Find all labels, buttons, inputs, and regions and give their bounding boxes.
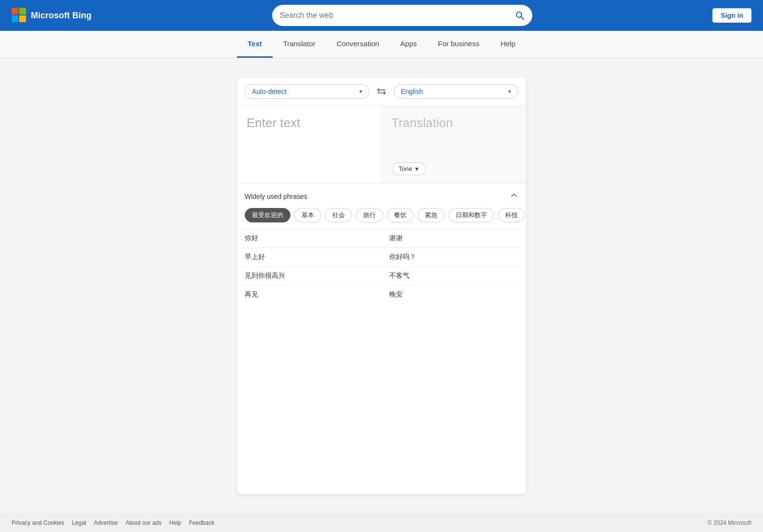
tone-button[interactable]: Tone ▾ xyxy=(392,162,426,175)
svg-rect-3 xyxy=(19,15,26,22)
svg-rect-1 xyxy=(19,8,26,14)
nav-item-translator[interactable]: Translator xyxy=(273,31,326,58)
tone-label: Tone xyxy=(399,165,412,172)
phrases-section: Widely used phrases 最受欢迎的 基本 社会 旅行 餐饮 紧急… xyxy=(237,183,526,308)
search-bar-wrapper xyxy=(99,5,705,26)
collapse-icon xyxy=(510,191,518,200)
source-text-area[interactable]: Enter text xyxy=(237,106,382,183)
sign-in-button[interactable]: Sign in xyxy=(712,8,751,23)
enter-text-placeholder: Enter text xyxy=(247,116,300,130)
phrase-item-1-right[interactable]: 你好吗？ xyxy=(382,247,526,266)
translation-output-area: Translation Tone ▾ xyxy=(382,106,526,183)
translator-card: Auto-detect ▾ English ▾ Enter text Trans… xyxy=(237,78,526,494)
phrases-chips: 最受欢迎的 基本 社会 旅行 餐饮 紧急 日期和数字 科技 xyxy=(237,208,526,229)
phrases-list: 你好 谢谢 早上好 你好吗？ 见到你很高兴 不客气 再见 晚安 xyxy=(237,229,526,304)
swap-icon xyxy=(376,86,387,97)
nav-item-conversation[interactable]: Conversation xyxy=(326,31,390,58)
footer-link-feedback[interactable]: Feedback xyxy=(189,519,214,526)
header: Microsoft Bing Sign in xyxy=(0,0,763,31)
search-icon xyxy=(515,11,525,20)
source-language-label: Auto-detect xyxy=(252,88,287,95)
svg-rect-0 xyxy=(12,8,18,14)
source-language-select[interactable]: Auto-detect ▾ xyxy=(245,84,369,99)
phrase-item-2-left[interactable]: 见到你很高兴 xyxy=(237,266,382,285)
logo-text: Microsoft Bing xyxy=(31,11,92,21)
source-chevron-icon: ▾ xyxy=(359,88,362,95)
chip-food[interactable]: 餐饮 xyxy=(387,208,414,222)
main-content: Auto-detect ▾ English ▾ Enter text Trans… xyxy=(0,58,763,513)
footer-link-help[interactable]: Help xyxy=(170,519,182,526)
collapse-phrases-button[interactable] xyxy=(510,191,518,202)
tone-chevron-icon: ▾ xyxy=(415,165,419,172)
footer-copyright: © 2024 Microsoft xyxy=(708,519,751,526)
chip-travel[interactable]: 旅行 xyxy=(356,208,383,222)
main-nav: Text Translator Conversation Apps For bu… xyxy=(0,31,763,58)
nav-item-apps[interactable]: Apps xyxy=(390,31,427,58)
nav-item-text[interactable]: Text xyxy=(237,31,273,58)
target-chevron-icon: ▾ xyxy=(508,88,511,95)
phrases-header: Widely used phrases xyxy=(237,191,526,208)
translation-placeholder: Translation xyxy=(392,116,453,130)
search-button[interactable] xyxy=(515,11,525,20)
chip-basic[interactable]: 基本 xyxy=(294,208,321,222)
phrase-item-2-right[interactable]: 不客气 xyxy=(382,266,526,285)
svg-rect-2 xyxy=(12,15,18,22)
nav-item-help[interactable]: Help xyxy=(490,31,526,58)
target-language-select[interactable]: English ▾ xyxy=(394,84,518,99)
chip-emergency[interactable]: 紧急 xyxy=(418,208,445,222)
footer-link-advertise[interactable]: Advertise xyxy=(94,519,118,526)
phrases-title: Widely used phrases xyxy=(245,193,307,200)
nav-item-for-business[interactable]: For business xyxy=(427,31,490,58)
footer-links: Privacy and Cookies Legal Advertise Abou… xyxy=(12,519,214,526)
phrase-item-3-right[interactable]: 晚安 xyxy=(382,285,526,304)
bing-logo-icon xyxy=(12,8,27,23)
chip-tech[interactable]: 科技 xyxy=(498,208,525,222)
svg-line-5 xyxy=(521,17,524,20)
phrase-item-1-left[interactable]: 早上好 xyxy=(237,247,382,266)
search-bar xyxy=(272,5,532,26)
swap-languages-button[interactable] xyxy=(373,83,390,100)
language-selector-row: Auto-detect ▾ English ▾ xyxy=(237,78,526,106)
search-input[interactable] xyxy=(280,11,511,20)
phrase-item-3-left[interactable]: 再见 xyxy=(237,285,382,304)
footer: Privacy and Cookies Legal Advertise Abou… xyxy=(0,513,763,532)
chip-dates-numbers[interactable]: 日期和数字 xyxy=(448,208,494,222)
bing-logo[interactable]: Microsoft Bing xyxy=(12,8,92,23)
chip-popular[interactable]: 最受欢迎的 xyxy=(245,208,290,222)
chip-social[interactable]: 社会 xyxy=(325,208,352,222)
target-language-label: English xyxy=(401,88,423,95)
phrase-item-0-right[interactable]: 谢谢 xyxy=(382,229,526,247)
footer-link-privacy[interactable]: Privacy and Cookies xyxy=(12,519,64,526)
translation-areas: Enter text Translation Tone ▾ xyxy=(237,106,526,183)
footer-link-about-ads[interactable]: About our ads xyxy=(126,519,162,526)
footer-link-legal[interactable]: Legal xyxy=(72,519,86,526)
phrase-item-0-left[interactable]: 你好 xyxy=(237,229,382,247)
